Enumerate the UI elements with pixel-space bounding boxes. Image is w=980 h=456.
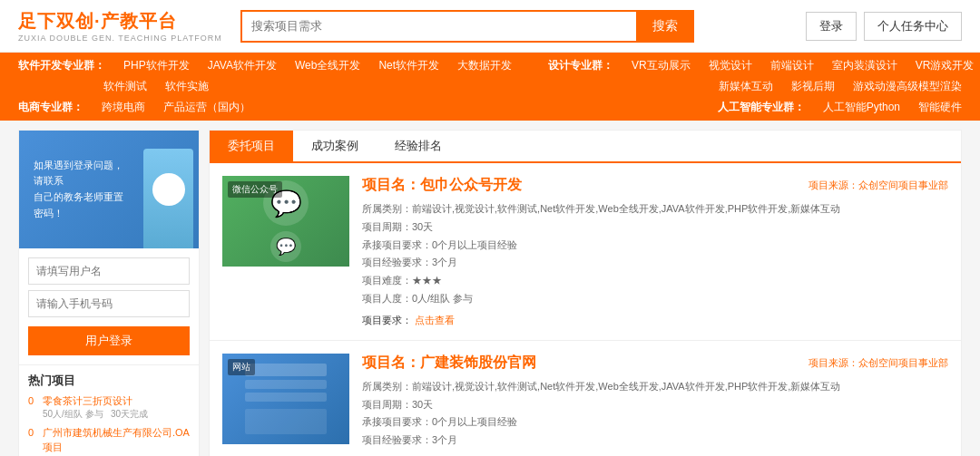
nav-item-frontend-design[interactable]: 前端设计	[770, 58, 814, 73]
desc-period-1: 项目周期：30天	[362, 218, 948, 237]
user-center-button[interactable]: 个人任务中心	[864, 12, 962, 41]
logo-area: 足下双创·产教平台 ZUXIA DOUBLE GEN. TEACHING PLA…	[18, 9, 222, 43]
desc-requirement-2: 承接项目要求：0个月以上项目经验	[362, 413, 948, 432]
hot-item-meta-1: 50人/组队 参与 30天完成	[43, 408, 190, 421]
table-row: 网站 项目名：广建装饰股份官网 项目来源：众创空间项目事业部 所属类别：前端设	[210, 341, 961, 456]
nav-group-ecommerce-label: 电商专业群：	[18, 100, 83, 115]
sidebar-hot: 热门项目 0 零食茶计三折页设计 50人/组队 参与 30天完成 0 广州市建筑…	[19, 364, 199, 456]
desc-category-1: 所属类别：前端设计,视觉设计,软件测试,Net软件开发,Web全线开发,JAVA…	[362, 200, 948, 218]
nav-item-interior-design[interactable]: 室内装潢设计	[832, 58, 897, 73]
desc-difficulty-1: 项目难度：★★★	[362, 272, 948, 290]
search-area: 搜索	[240, 10, 694, 43]
project-desc-2: 所属类别：前端设计,视觉设计,软件测试,Net软件开发,Web全线开发,JAVA…	[362, 378, 948, 450]
phone-input[interactable]	[28, 290, 190, 317]
nav-item-java[interactable]: JAVA软件开发	[208, 58, 277, 73]
desc-experience-1: 项目经验要求：3个月	[362, 254, 948, 272]
nav-item-bigdata[interactable]: 大数据开发	[457, 58, 512, 73]
list-item: 0 零食茶计三折页设计 50人/组队 参与 30天完成	[28, 394, 190, 421]
header-actions: 登录 个人任务中心	[806, 12, 962, 41]
project-title-1[interactable]: 项目名：包巾公众号开发	[362, 176, 522, 195]
logo-title: 足下双创·产教平台	[18, 9, 222, 34]
logo-subtitle: ZUXIA DOUBLE GEN. TEACHING PLATFORM	[18, 34, 222, 43]
search-button[interactable]: 搜索	[636, 10, 694, 43]
hot-item-info-1: 零食茶计三折页设计 50人/组队 参与 30天完成	[43, 394, 190, 421]
project-desc-1: 所属类别：前端设计,视觉设计,软件测试,Net软件开发,Web全线开发,JAVA…	[362, 200, 948, 308]
nav-item-php[interactable]: PHP软件开发	[123, 58, 190, 73]
project-list: 微信公众号 💬 💬 项目名：包巾公众号开发 项目来源：众创空间项目事业部 所属类…	[210, 163, 961, 456]
table-row: 微信公众号 💬 💬 项目名：包巾公众号开发 项目来源：众创空间项目事业部 所属类…	[210, 163, 961, 341]
hot-item-info-2: 广州市建筑机械生产有限公司.OA项目	[43, 426, 190, 454]
tab-experience-ranking[interactable]: 经验排名	[377, 131, 460, 161]
desc-period-2: 项目周期：30天	[362, 396, 948, 414]
project-title-row-1: 项目名：包巾公众号开发 项目来源：众创空间项目事业部	[362, 176, 948, 195]
hot-number-1: 0	[28, 394, 39, 408]
nav-group-design-label: 设计专业群：	[548, 58, 613, 73]
nav-item-cross-border[interactable]: 跨境电商	[102, 100, 145, 115]
thumb-label-2: 网站	[228, 359, 255, 375]
navbar: 软件开发专业群： PHP软件开发 JAVA软件开发 Web全线开发 Net软件开…	[0, 53, 980, 121]
thumb-label-1: 微信公众号	[228, 181, 282, 198]
project-info-1: 项目名：包巾公众号开发 项目来源：众创空间项目事业部 所属类别：前端设计,视觉设…	[362, 176, 948, 327]
username-input[interactable]	[28, 257, 190, 285]
search-input[interactable]	[240, 10, 636, 43]
nav-item-smart-hardware[interactable]: 智能硬件	[918, 100, 962, 115]
sidebar-banner-text: 如果遇到登录问题，请联系 自己的教务老师重置密码！	[26, 150, 136, 228]
hot-item-title-1[interactable]: 零食茶计三折页设计	[43, 394, 190, 408]
tab-success-cases[interactable]: 成功案例	[293, 131, 377, 161]
desc-category-2: 所属类别：前端设计,视觉设计,软件测试,Net软件开发,Web全线开发,JAVA…	[362, 378, 948, 396]
nav-item-software-impl[interactable]: 软件实施	[165, 79, 209, 94]
desc-participation-1: 项目人度：0人/组队 参与	[362, 290, 948, 308]
nav-item-visual-design[interactable]: 视觉设计	[709, 58, 752, 73]
project-title-2[interactable]: 项目名：广建装饰股份官网	[362, 354, 536, 373]
apply-label-1: 项目要求：	[362, 315, 412, 325]
nav-row-3: 电商专业群： 跨境电商 产品运营（国内） 人工智能专业群： 人工智能Python…	[18, 100, 962, 115]
nav-item-vr-game[interactable]: VR游戏开发	[916, 58, 975, 73]
sidebar-banner: 如果遇到登录问题，请联系 自己的教务老师重置密码！	[19, 131, 199, 248]
nav-row-1: 软件开发专业群： PHP软件开发 JAVA软件开发 Web全线开发 Net软件开…	[18, 58, 962, 73]
project-source-1: 项目来源：众创空间项目事业部	[808, 179, 948, 192]
sidebar: 如果遇到登录问题，请联系 自己的教务老师重置密码！ 用户登录 热门项目 0 零食…	[18, 130, 200, 456]
project-source-2: 项目来源：众创空间项目事业部	[808, 356, 948, 370]
nav-item-software-test[interactable]: 软件测试	[103, 79, 147, 94]
header: 足下双创·产教平台 ZUXIA DOUBLE GEN. TEACHING PLA…	[0, 0, 980, 53]
user-login-button[interactable]: 用户登录	[28, 326, 190, 355]
project-apply-1: 项目要求： 点击查看	[362, 314, 948, 327]
sidebar-form: 用户登录	[19, 248, 199, 364]
nav-item-game-animation[interactable]: 游戏动漫高级模型渲染	[853, 79, 962, 94]
hot-item-title-2[interactable]: 广州市建筑机械生产有限公司.OA项目	[43, 426, 190, 454]
nav-item-ai-python[interactable]: 人工智能Python	[823, 100, 900, 115]
hot-projects-title: 热门项目	[28, 373, 190, 389]
desc-requirement-1: 承接项目要求：0个月以上项目经验	[362, 237, 948, 255]
desc-experience-2: 项目经验要求：3个月	[362, 432, 948, 450]
project-title-row-2: 项目名：广建装饰股份官网 项目来源：众创空间项目事业部	[362, 354, 948, 373]
nav-row-2: 软件测试 软件实施 新媒体互动 影视后期 游戏动漫高级模型渲染	[18, 79, 962, 94]
login-button[interactable]: 登录	[806, 12, 857, 41]
nav-item-vr-display[interactable]: VR互动展示	[632, 58, 691, 73]
nav-item-film[interactable]: 影视后期	[791, 79, 835, 94]
nav-item-new-media[interactable]: 新媒体互动	[719, 79, 773, 94]
nav-item-web[interactable]: Web全线开发	[295, 58, 360, 73]
main-layout: 如果遇到登录问题，请联系 自己的教务老师重置密码！ 用户登录 热门项目 0 零食…	[0, 121, 980, 456]
content-area: 委托项目 成功案例 经验排名 微信公众号 💬 💬 项目名：包巾公众号开发	[209, 130, 962, 456]
project-thumbnail-2: 网站	[222, 354, 349, 444]
apply-link-1[interactable]: 点击查看	[415, 315, 455, 325]
nav-item-net[interactable]: Net软件开发	[378, 58, 439, 73]
content-tabs: 委托项目 成功案例 经验排名	[210, 131, 961, 163]
tab-commissioned-projects[interactable]: 委托项目	[210, 131, 293, 161]
nav-group-software-label: 软件开发专业群：	[18, 58, 105, 73]
project-info-2: 项目名：广建装饰股份官网 项目来源：众创空间项目事业部 所属类别：前端设计,视觉…	[362, 354, 948, 450]
list-item: 0 广州市建筑机械生产有限公司.OA项目	[28, 426, 190, 454]
nav-item-product-ops[interactable]: 产品运营（国内）	[163, 100, 250, 115]
nav-group-ai-label: 人工智能专业群：	[718, 100, 805, 115]
hot-number-2: 0	[28, 426, 39, 440]
project-thumbnail-1: 微信公众号 💬 💬	[222, 176, 349, 267]
